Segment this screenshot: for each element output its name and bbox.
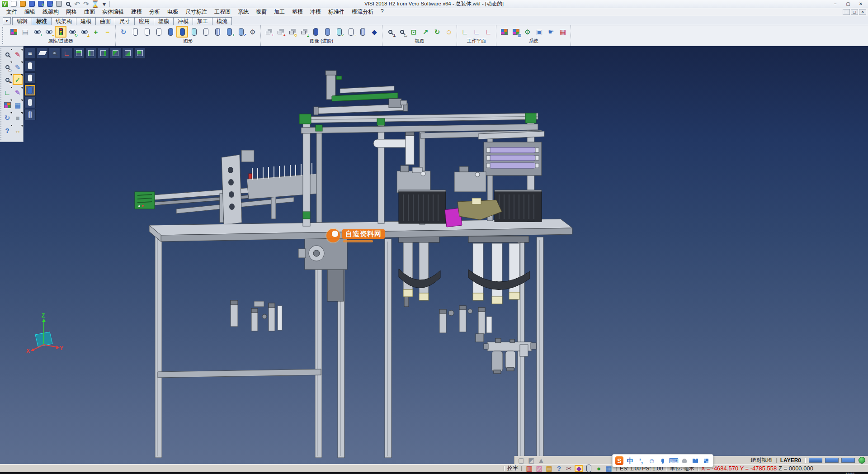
status-mini-icon-1[interactable]: ▢	[517, 457, 525, 464]
attributes-manager[interactable]: ▦	[510, 26, 522, 38]
view-shaded-plane[interactable]	[37, 47, 48, 59]
mdi-restore-button[interactable]: ▢	[851, 9, 858, 15]
window-config[interactable]: ▣	[533, 26, 545, 38]
edit-curve[interactable]: ✎	[13, 62, 23, 72]
shade-hidden-line[interactable]	[141, 26, 153, 38]
adv-cyl-striped[interactable]	[321, 26, 333, 38]
tabbar-dropdown[interactable]: ▼	[3, 17, 11, 24]
visi-logo[interactable]: V	[1, 0, 9, 7]
display-wire[interactable]	[24, 109, 36, 120]
grid-window[interactable]: ▦	[13, 100, 23, 110]
display-hidden-line[interactable]	[24, 72, 36, 84]
mdi-minimize-button[interactable]: −	[843, 9, 850, 15]
workplane-3points[interactable]: ∟	[482, 26, 494, 38]
shade-off[interactable]	[129, 26, 141, 38]
tab-冲模[interactable]: 冲模	[173, 17, 193, 25]
toolbar-grip[interactable]	[2, 27, 5, 44]
shade-wireframe[interactable]	[212, 26, 223, 38]
status-help[interactable]: ?	[555, 465, 563, 472]
menu-item-标准件[interactable]: 标准件	[325, 8, 348, 16]
tab-曲面[interactable]: 曲面	[95, 17, 115, 25]
shade-copy[interactable]: +	[223, 26, 235, 38]
status-gem[interactable]: ◆	[575, 465, 583, 472]
menu-item-模流分析[interactable]: 模流分析	[348, 8, 377, 16]
color-swatch-3[interactable]	[841, 458, 855, 463]
view-axes[interactable]: ∟	[61, 47, 72, 59]
adv-view-add[interactable]: +	[263, 26, 274, 38]
measure[interactable]: ↔	[13, 125, 23, 136]
menu-item-曲面[interactable]: 曲面	[80, 8, 99, 16]
menu-item-工程图[interactable]: 工程图	[211, 8, 234, 16]
pan[interactable]: ↗	[420, 26, 431, 38]
hide-all[interactable]: −	[102, 26, 113, 38]
show-all[interactable]: +	[90, 26, 102, 38]
status-gold-box[interactable]: ▤	[545, 465, 553, 472]
workplane-entity[interactable]: ∟	[471, 26, 482, 38]
visibility-swap[interactable]: ±	[78, 26, 90, 38]
sogou-person-icon[interactable]	[680, 456, 689, 465]
view-orientation-face[interactable]: ☺	[443, 26, 455, 38]
sogou-emoji[interactable]: ☺	[648, 456, 656, 465]
help[interactable]: ?	[2, 125, 12, 136]
zoom-window[interactable]: ▭	[396, 26, 408, 38]
status-mini-icon-3[interactable]: ▲	[537, 457, 545, 464]
display-shaded[interactable]	[24, 85, 36, 96]
select-zoom[interactable]	[2, 49, 12, 60]
menu-item-线架构[interactable]: 线架构	[39, 8, 62, 16]
visibility-remove[interactable]: −	[43, 26, 55, 38]
menu-item-系统[interactable]: 系统	[234, 8, 252, 16]
attributes-books[interactable]	[2, 100, 12, 110]
active-layer-label[interactable]: LAYER0	[780, 457, 801, 464]
save-copy-icon[interactable]: ↑	[46, 0, 54, 7]
redraw[interactable]: ↻	[118, 26, 129, 38]
selection-filter[interactable]	[55, 26, 66, 38]
sogou-keyboard-icon[interactable]: ⌨	[670, 456, 678, 465]
shade-dashed[interactable]	[153, 26, 165, 38]
color-swatch-2[interactable]	[825, 458, 839, 463]
shade-export[interactable]: ↗	[235, 26, 247, 38]
zoom-in-out[interactable]: ±	[384, 26, 396, 38]
status-green-dot[interactable]: ●	[594, 465, 603, 472]
sogou-skin-icon[interactable]	[691, 456, 699, 465]
redo-icon[interactable]: ↷	[82, 0, 90, 7]
display-flat[interactable]	[24, 97, 36, 108]
zoom-extents[interactable]: ⊡	[408, 26, 420, 38]
visibility-add[interactable]: +	[31, 26, 43, 38]
menu-item-视窗[interactable]: 视窗	[252, 8, 270, 16]
close-button[interactable]: ✕	[854, 0, 867, 8]
ucs-axes[interactable]: ∟	[2, 87, 12, 98]
color-palette[interactable]	[498, 26, 510, 38]
confirm-check[interactable]: ✓	[13, 74, 23, 85]
shade-transparent[interactable]	[188, 26, 200, 38]
undo-icon[interactable]: ↶	[73, 0, 81, 7]
regen[interactable]: ↻	[2, 112, 12, 123]
color-swatch-1[interactable]	[809, 458, 822, 463]
adv-cyl-check[interactable]: ✓	[333, 26, 345, 38]
solid-box[interactable]: ■	[13, 112, 23, 123]
view-left-cube[interactable]	[85, 47, 97, 59]
display-wireframe[interactable]	[24, 60, 36, 71]
attributes-page[interactable]: ▤	[19, 26, 31, 38]
edit-spline[interactable]: ✎	[13, 87, 23, 98]
view-right-cube[interactable]	[98, 47, 109, 59]
adv-view-swap[interactable]: ±	[298, 26, 310, 38]
zoom-scale[interactable]: ±	[2, 74, 12, 85]
shade-solid[interactable]	[165, 26, 176, 38]
status-cylinder[interactable]	[585, 465, 593, 472]
status-image-red[interactable]: ▥	[525, 465, 533, 472]
tab-加工[interactable]: 加工	[193, 17, 212, 25]
view-menu[interactable]: ≡	[24, 47, 36, 59]
adv-cyl-dark[interactable]	[310, 26, 321, 38]
menu-item-电极[interactable]: 电极	[164, 8, 182, 16]
view-mode-label[interactable]: 绝对视图	[751, 456, 773, 464]
visibility-refresh[interactable]: ↻	[66, 26, 78, 38]
workplane-standard[interactable]: ∟	[459, 26, 471, 38]
shade-solid-edges[interactable]	[176, 26, 188, 38]
menu-item-实体编辑[interactable]: 实体编辑	[99, 8, 127, 16]
preview-icon[interactable]	[64, 0, 72, 7]
new-file-icon[interactable]	[10, 0, 18, 7]
tab-建模[interactable]: 建模	[76, 17, 96, 25]
tab-模流[interactable]: 模流	[212, 17, 232, 25]
macro-icon[interactable]: ⌛	[91, 0, 99, 7]
status-grid[interactable]: ▦	[604, 465, 613, 472]
